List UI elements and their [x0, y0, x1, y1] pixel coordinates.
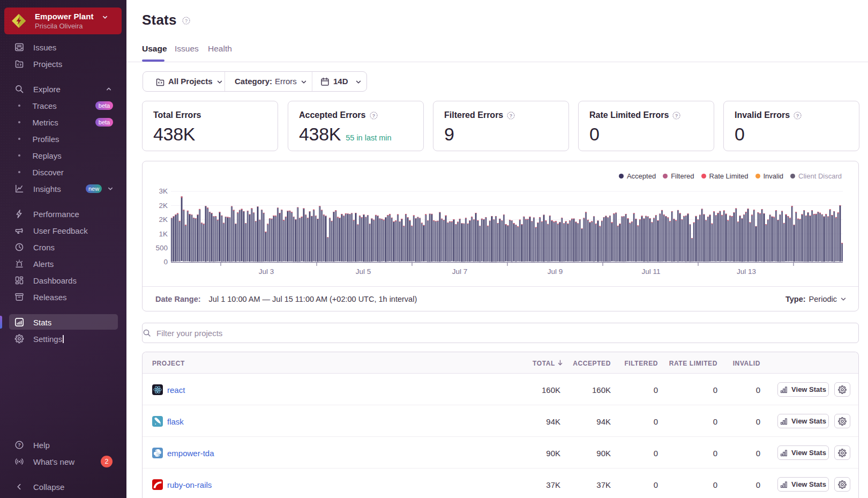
- svg-text:?: ?: [675, 113, 678, 118]
- svg-text:?: ?: [796, 113, 799, 118]
- svg-text:?: ?: [18, 442, 21, 448]
- svg-text:?: ?: [185, 18, 188, 24]
- svg-text:?: ?: [372, 113, 375, 118]
- svg-text:?: ?: [510, 113, 513, 118]
